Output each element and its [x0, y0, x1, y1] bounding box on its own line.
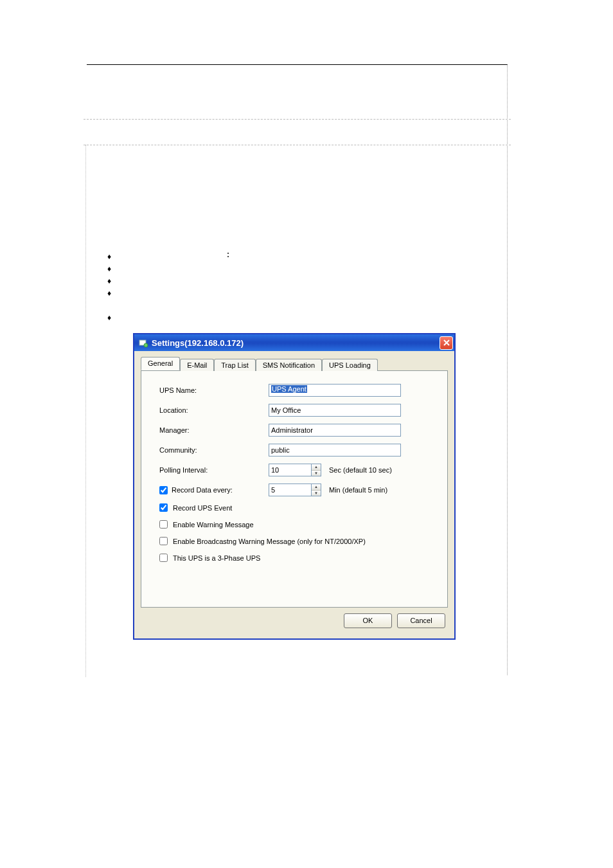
enable-broadcast-label: Enable Broadcastng Warning Message (only…	[173, 538, 366, 545]
manager-input[interactable]	[269, 424, 401, 437]
manager-label: Manager:	[159, 426, 269, 434]
ups-name-label: UPS Name:	[159, 386, 269, 394]
divider	[84, 119, 511, 120]
polling-spinner[interactable]: ▲ ▼	[311, 464, 321, 476]
tab-general[interactable]: General	[141, 357, 180, 370]
chevron-up-icon[interactable]: ▲	[312, 464, 321, 471]
enable-broadcast-checkbox[interactable]	[159, 537, 168, 545]
bullet: ♦	[107, 275, 111, 287]
svg-point-1	[144, 343, 148, 347]
bullet-list: ♦ ♦ ♦ ♦ ♦	[107, 251, 111, 324]
polling-label: Polling Interval:	[159, 466, 269, 474]
tab-container: General E-Mail Trap List SMS Notificatio…	[134, 351, 454, 608]
tab-panel-general: UPS Name: UPS Agent Location: Manager: C…	[141, 371, 448, 608]
location-input[interactable]	[269, 404, 401, 417]
enable-warning-label: Enable Warning Message	[173, 521, 254, 529]
dialog-button-bar: OK Cancel	[134, 608, 454, 633]
ok-button[interactable]: OK	[344, 613, 392, 628]
cancel-button[interactable]: Cancel	[397, 613, 445, 628]
bullet: ♦	[107, 251, 111, 263]
threephase-label: This UPS is a 3-Phase UPS	[173, 554, 260, 562]
tab-email[interactable]: E-Mail	[180, 359, 214, 371]
ups-name-input[interactable]: UPS Agent	[269, 384, 401, 397]
enable-warning-checkbox[interactable]	[159, 520, 168, 529]
record-event-label: Record UPS Event	[173, 504, 232, 512]
bullet: ♦	[107, 287, 111, 300]
tab-row: General E-Mail Trap List SMS Notificatio…	[141, 357, 448, 371]
tab-sms[interactable]: SMS Notification	[256, 359, 322, 371]
chevron-down-icon[interactable]: ▼	[312, 471, 321, 476]
chevron-up-icon[interactable]: ▲	[312, 484, 321, 491]
record-data-input[interactable]	[269, 484, 311, 496]
settings-dialog: Settings(192.168.0.172) General E-Mail T…	[133, 333, 456, 640]
community-input[interactable]	[269, 444, 401, 457]
record-data-label: Record Data every:	[172, 486, 233, 494]
divider	[85, 145, 86, 677]
record-data-spinner[interactable]: ▲ ▼	[311, 484, 321, 496]
chevron-down-icon[interactable]: ▼	[312, 491, 321, 496]
colon: :	[227, 250, 229, 259]
tab-upsloading[interactable]: UPS Loading	[322, 359, 378, 371]
polling-input[interactable]	[269, 464, 311, 476]
app-icon	[138, 338, 148, 348]
polling-suffix: Sec (default 10 sec)	[329, 466, 392, 474]
record-data-suffix: Min (default 5 min)	[329, 486, 387, 494]
threephase-checkbox[interactable]	[159, 554, 168, 562]
bullet: ♦	[107, 312, 111, 324]
titlebar[interactable]: Settings(192.168.0.172)	[134, 334, 454, 351]
close-button[interactable]	[440, 336, 453, 350]
bullet: ♦	[107, 263, 111, 275]
divider	[84, 145, 511, 145]
location-label: Location:	[159, 406, 269, 414]
tab-traplist[interactable]: Trap List	[214, 359, 255, 371]
record-data-checkbox[interactable]	[159, 486, 168, 494]
community-label: Community:	[159, 446, 269, 454]
record-event-checkbox[interactable]	[159, 503, 168, 512]
dialog-title: Settings(192.168.0.172)	[152, 338, 440, 348]
